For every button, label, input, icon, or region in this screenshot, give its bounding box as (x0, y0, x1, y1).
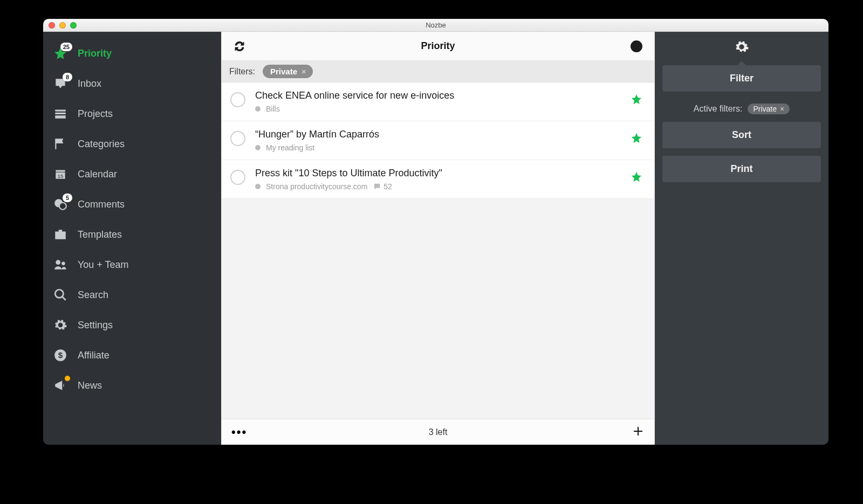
app-window: Nozbe 25 Priority 8 Inbox (43, 19, 828, 445)
sidebar-item-label: Priority (78, 48, 112, 59)
inbox-badge: 8 (63, 73, 72, 81)
sidebar-item-label: Comments (78, 199, 125, 210)
comments-badge: 5 (63, 194, 72, 202)
task-project: My reading list (266, 143, 314, 152)
sidebar-item-label: Inbox (78, 78, 101, 89)
task-meta: My reading list (255, 143, 621, 152)
sidebar-item-calendar[interactable]: 15 Calendar (43, 159, 221, 189)
sort-button[interactable]: Sort (662, 122, 821, 148)
sidebar-item-news[interactable]: News (43, 370, 221, 401)
sidebar-item-inbox[interactable]: 8 Inbox (43, 68, 221, 99)
filters-label: Filters: (229, 67, 255, 77)
zoom-window-button[interactable] (70, 22, 77, 29)
sidebar-item-templates[interactable]: Templates (43, 219, 221, 250)
sidebar-item-label: Affiliate (78, 350, 109, 361)
svg-rect-10 (636, 45, 637, 49)
sidebar-item-label: Calendar (78, 169, 117, 180)
star-icon: 25 (53, 46, 68, 61)
remove-filter-icon[interactable]: × (302, 67, 306, 76)
task-checkbox[interactable] (230, 131, 245, 146)
close-window-button[interactable] (49, 22, 55, 29)
sidebar-item-label: Projects (78, 108, 113, 120)
sidebar-item-settings[interactable]: Settings (43, 310, 221, 340)
task-meta: Bills (255, 105, 621, 113)
active-filters-row: Active filters: Private × (662, 103, 821, 114)
tasks-left-label: 3 left (222, 427, 654, 437)
gear-icon (53, 317, 68, 333)
window-controls (49, 22, 77, 29)
projects-icon (53, 106, 68, 121)
sidebar-item-affiliate[interactable]: $ Affiliate (43, 340, 221, 370)
task-project: Strona productivitycourse.com (266, 182, 367, 191)
task-star-button[interactable] (631, 171, 642, 185)
sidebar-item-label: Categories (78, 139, 125, 150)
task-row[interactable]: “Hunger” by Martín Caparrós My reading l… (222, 121, 654, 160)
inbox-icon: 8 (53, 76, 68, 91)
main-pane: Priority Filters: Private × (221, 32, 655, 445)
sidebar-item-label: Templates (78, 229, 122, 240)
task-star-button[interactable] (631, 132, 642, 146)
print-button[interactable]: Print (662, 156, 821, 182)
task-checkbox[interactable] (230, 170, 245, 185)
sidebar-item-comments[interactable]: 5 Comments (43, 189, 221, 219)
sidebar-item-categories[interactable]: Categories (43, 129, 221, 159)
svg-text:$: $ (58, 350, 63, 360)
main-title: Priority (222, 40, 654, 52)
active-filters-label: Active filters: (694, 104, 743, 114)
app-body: 25 Priority 8 Inbox Projects (43, 32, 828, 445)
project-dot-icon (255, 184, 261, 189)
dollar-icon: $ (53, 348, 68, 363)
active-filter-chip[interactable]: Private × (748, 103, 790, 114)
comments-count: 52 (373, 182, 392, 191)
svg-point-5 (55, 289, 63, 298)
task-title: Press kit "10 Steps to Ultimate Producti… (255, 168, 621, 179)
titlebar: Nozbe (43, 19, 828, 32)
svg-point-4 (61, 262, 65, 266)
sidebar-item-label: You + Team (78, 259, 129, 271)
priority-badge: 25 (60, 43, 72, 51)
project-dot-icon (255, 145, 261, 150)
sidebar-item-team[interactable]: You + Team (43, 250, 221, 280)
project-dot-icon (255, 106, 261, 112)
news-dot-badge (65, 376, 70, 381)
panel-gear-icon[interactable] (734, 39, 749, 57)
right-panel: Filter Active filters: Private × Sort Pr… (655, 32, 828, 445)
comments-icon: 5 (53, 197, 68, 212)
task-meta: Strona productivitycourse.com 52 (255, 182, 621, 191)
svg-point-2 (59, 203, 66, 210)
task-row[interactable]: Press kit "10 Steps to Ultimate Producti… (222, 160, 654, 199)
sidebar-item-label: Settings (78, 320, 113, 331)
sidebar: 25 Priority 8 Inbox Projects (43, 32, 221, 445)
calendar-icon: 15 (53, 167, 68, 182)
briefcase-icon (53, 227, 68, 242)
task-star-button[interactable] (631, 93, 642, 107)
sidebar-item-label: News (78, 380, 102, 391)
filter-chip-private[interactable]: Private × (263, 65, 313, 78)
task-project: Bills (266, 105, 280, 113)
sidebar-item-priority[interactable]: 25 Priority (43, 38, 221, 68)
sidebar-item-search[interactable]: Search (43, 280, 221, 310)
main-toolbar: Priority (222, 32, 654, 61)
svg-text:15: 15 (58, 173, 64, 179)
minimize-window-button[interactable] (59, 22, 66, 29)
filter-button[interactable]: Filter (662, 65, 821, 92)
task-list: Check ENEA online service for new e-invo… (222, 82, 654, 419)
refresh-button[interactable] (231, 38, 248, 54)
svg-point-3 (56, 260, 60, 265)
window-title: Nozbe (426, 21, 446, 29)
team-icon (53, 257, 68, 272)
task-row[interactable]: Check ENEA online service for new e-invo… (222, 82, 654, 121)
filters-bar: Filters: Private × (222, 61, 654, 82)
megaphone-icon (53, 378, 68, 393)
active-filter-chip-label: Private (753, 105, 777, 113)
remove-active-filter-icon[interactable]: × (780, 105, 784, 113)
task-title: Check ENEA online service for new e-invo… (255, 90, 621, 101)
task-title: “Hunger” by Martín Caparrós (255, 129, 621, 140)
main-footer: ••• 3 left (222, 419, 654, 445)
flag-icon (53, 136, 68, 151)
sidebar-item-label: Search (78, 289, 108, 301)
info-button[interactable] (628, 38, 645, 54)
task-checkbox[interactable] (230, 92, 245, 107)
search-icon (53, 287, 68, 302)
sidebar-item-projects[interactable]: Projects (43, 99, 221, 129)
